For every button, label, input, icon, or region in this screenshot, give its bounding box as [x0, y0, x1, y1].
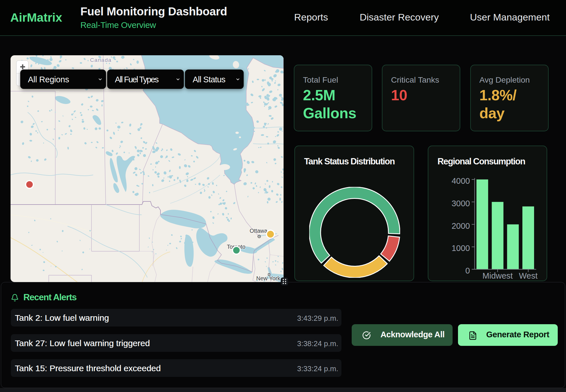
svg-text:3000: 3000 — [451, 199, 470, 208]
svg-text:West: West — [519, 271, 538, 280]
svg-text:Midwest: Midwest — [482, 271, 513, 280]
svg-text:1000: 1000 — [451, 244, 470, 253]
svg-text:2000: 2000 — [451, 221, 470, 230]
svg-text:4000: 4000 — [451, 176, 470, 185]
svg-text:0: 0 — [465, 266, 470, 275]
